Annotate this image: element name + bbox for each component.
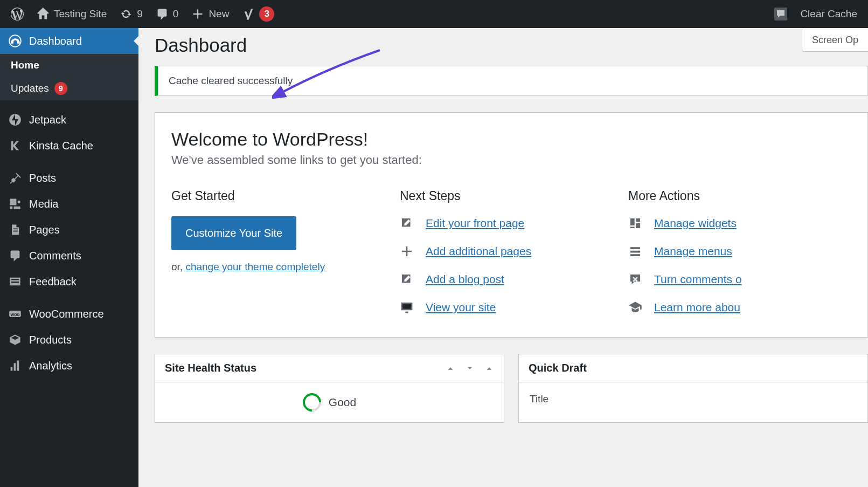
feedback-label: Feedback [29, 276, 77, 288]
customize-site-button[interactable]: Customize Your Site [171, 216, 296, 250]
sidebar-item-pages[interactable]: Pages [0, 217, 138, 243]
dashboard-label: Dashboard [29, 35, 82, 47]
sidebar-item-feedback[interactable]: Feedback [0, 269, 138, 294]
collapse-icon[interactable] [484, 363, 494, 373]
svg-rect-4 [402, 304, 411, 309]
comments-label: Comments [29, 250, 81, 262]
media-label: Media [29, 198, 58, 210]
graduation-icon [628, 300, 642, 314]
draft-title-label: Title [530, 393, 857, 405]
analytics-label: Analytics [29, 360, 72, 372]
comments-off-icon [628, 272, 642, 286]
widget-row: Site Health Status Good Quick Draft Titl… [155, 354, 868, 423]
main-content: Dashboard Cache cleared successfully Wel… [138, 28, 868, 423]
plus-icon [400, 244, 414, 258]
new-label: New [209, 8, 229, 20]
health-status-label: Good [329, 396, 356, 409]
edit-icon [400, 272, 414, 286]
add-pages-link[interactable]: Add additional pages [400, 244, 623, 258]
wordpress-icon [11, 8, 24, 20]
pages-label: Pages [29, 224, 60, 236]
sidebar-sub-home[interactable]: Home [0, 54, 138, 77]
sidebar-item-media[interactable]: Media [0, 191, 138, 217]
updates-link[interactable]: 9 [113, 0, 149, 28]
quick-draft-widget: Quick Draft Title [518, 354, 868, 423]
analytics-icon [9, 359, 22, 372]
site-home-link[interactable]: Testing Site [30, 0, 113, 28]
welcome-col-getstarted: Get Started Customize Your Site or, chan… [171, 189, 394, 328]
comments-icon [9, 249, 22, 262]
clear-cache-link[interactable]: Clear Cache [794, 8, 864, 20]
monitor-icon [400, 300, 414, 314]
admin-bar: Testing Site 9 0 New 3 Clear Cache [0, 0, 868, 28]
dashboard-icon [9, 35, 22, 47]
products-label: Products [29, 334, 72, 346]
posts-label: Posts [29, 172, 56, 184]
updates-badge: 9 [54, 82, 67, 95]
manage-widgets-link[interactable]: Manage widgets [628, 216, 851, 230]
turn-comments-link[interactable]: Turn comments o [628, 272, 851, 286]
wp-logo[interactable] [4, 0, 30, 28]
home-icon [37, 8, 50, 20]
sidebar-sub-updates[interactable]: Updates 9 [0, 77, 138, 100]
get-started-heading: Get Started [171, 189, 394, 203]
quick-draft-title: Quick Draft [529, 362, 587, 374]
pages-icon [9, 223, 22, 236]
notice-message: Cache cleared successfully [169, 75, 293, 86]
chevron-up-icon[interactable] [446, 363, 455, 373]
edit-front-page-link[interactable]: Edit your front page [400, 216, 623, 230]
products-icon [9, 333, 22, 346]
sidebar-item-woocommerce[interactable]: woo WooCommerce [0, 301, 138, 327]
sidebar-item-kinsta[interactable]: Kinsta Cache [0, 133, 138, 159]
view-site-link[interactable]: View your site [400, 300, 623, 314]
welcome-subtitle: We've assembled some links to get you st… [171, 153, 851, 167]
more-actions-heading: More Actions [628, 189, 851, 203]
welcome-title: Welcome to WordPress! [171, 129, 851, 150]
change-theme-link[interactable]: change your theme completely [185, 261, 325, 272]
chevron-down-icon[interactable] [465, 363, 475, 373]
menu-icon [628, 244, 642, 258]
feedback-icon [9, 275, 22, 288]
yoast-icon [242, 8, 255, 20]
screen-options-label: Screen Op [812, 35, 858, 45]
plus-icon [191, 8, 204, 20]
or-text: or, [171, 261, 185, 272]
clear-cache-label: Clear Cache [800, 8, 857, 20]
success-notice: Cache cleared successfully [155, 66, 868, 96]
site-health-title: Site Health Status [165, 362, 256, 374]
screen-options-button[interactable]: Screen Op [802, 29, 868, 52]
learn-more-link[interactable]: Learn more abou [628, 300, 851, 314]
sidebar-item-dashboard[interactable]: Dashboard [0, 28, 138, 54]
sidebar-item-products[interactable]: Products [0, 327, 138, 353]
yoast-link[interactable]: 3 [235, 0, 281, 28]
updates-count: 9 [137, 8, 143, 20]
notifications-link[interactable] [768, 8, 794, 20]
page-title: Dashboard [155, 28, 868, 66]
sidebar-item-comments[interactable]: Comments [0, 243, 138, 269]
add-blog-post-link[interactable]: Add a blog post [400, 272, 623, 286]
kinsta-label: Kinsta Cache [29, 140, 93, 152]
new-content-link[interactable]: New [185, 0, 235, 28]
comments-link[interactable]: 0 [149, 0, 185, 28]
next-steps-heading: Next Steps [400, 189, 623, 203]
jetpack-icon [9, 113, 22, 126]
edit-icon [400, 216, 414, 230]
welcome-panel: Welcome to WordPress! We've assembled so… [155, 112, 868, 338]
site-health-widget: Site Health Status Good [155, 354, 504, 423]
manage-menus-link[interactable]: Manage menus [628, 244, 851, 258]
yoast-badge: 3 [259, 6, 274, 22]
comment-icon [156, 8, 169, 20]
woocommerce-label: WooCommerce [29, 308, 104, 320]
svg-text:woo: woo [10, 312, 20, 317]
comment-square-icon [774, 8, 787, 20]
home-label: Home [11, 59, 39, 71]
refresh-icon [120, 8, 133, 20]
comments-count: 0 [173, 8, 179, 20]
welcome-col-moreactions: More Actions Manage widgets Manage menus… [628, 189, 851, 328]
sidebar-item-analytics[interactable]: Analytics [0, 353, 138, 379]
widgets-icon [628, 216, 642, 230]
updates-label: Updates [11, 83, 49, 94]
sidebar-item-posts[interactable]: Posts [0, 165, 138, 191]
sidebar-item-jetpack[interactable]: Jetpack [0, 107, 138, 133]
pin-icon [9, 172, 22, 184]
